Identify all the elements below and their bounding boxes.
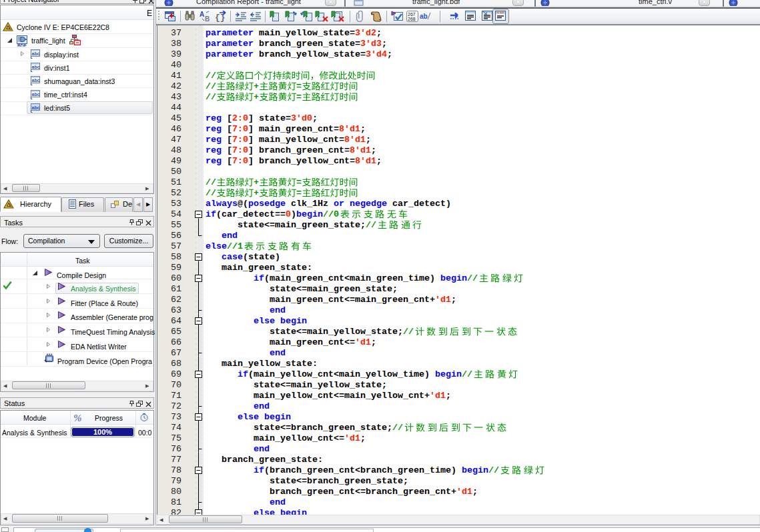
svg-text:BDF: BDF [17, 43, 26, 47]
svg-text:abc: abc [32, 105, 40, 110]
svg-text:abc: abc [32, 92, 40, 97]
svg-text:A: A [200, 11, 204, 18]
svg-text:abc: abc [32, 51, 40, 56]
svg-text:267: 267 [408, 12, 416, 17]
svg-text:abc: abc [32, 65, 40, 69]
svg-text:abc: abc [32, 78, 40, 83]
svg-text:B: B [205, 15, 210, 22]
svg-text:268: 268 [408, 17, 416, 21]
svg-text:ab: ab [420, 13, 428, 20]
